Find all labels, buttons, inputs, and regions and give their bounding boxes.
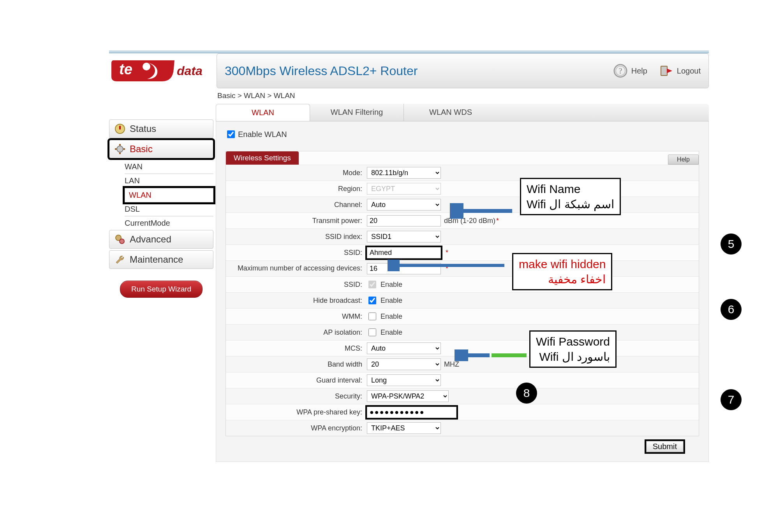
sub-lan[interactable]: LAN: [125, 174, 213, 188]
security-select[interactable]: WPA-PSK/WPA2: [367, 390, 449, 402]
label-wmm: WMM:: [226, 313, 367, 321]
label-mode: Mode:: [226, 169, 367, 177]
svg-text:data: data: [177, 64, 203, 78]
nav-basic-label: Basic: [130, 144, 153, 155]
label-wpaenc: WPA encryption:: [226, 424, 367, 432]
arrow-hide: [388, 260, 508, 271]
svg-point-17: [120, 239, 124, 244]
help-icon: ?: [613, 64, 627, 78]
help-link[interactable]: ? Help: [613, 64, 647, 78]
svg-text:?: ?: [618, 67, 622, 75]
channel-select[interactable]: Auto: [367, 199, 441, 211]
tabs: WLAN WLAN Filtering WLAN WDS: [216, 104, 709, 121]
brand-logo: te data: [109, 53, 216, 88]
page-title: 300Mbps Wireless ADSL2+ Router: [225, 64, 602, 78]
logout-icon: [659, 64, 673, 78]
label-bw: Band width: [226, 360, 367, 369]
nav-advanced[interactable]: Advanced: [109, 230, 213, 249]
arrow-password: [455, 349, 529, 361]
hide-broadcast-checkbox[interactable]: [368, 297, 376, 304]
label-mcs: MCS:: [226, 344, 367, 353]
nav-status-label: Status: [130, 123, 156, 134]
nav-basic[interactable]: Basic: [109, 140, 213, 158]
run-setup-wizard-button[interactable]: Run Setup Wizard: [120, 281, 203, 298]
top-divider: [109, 51, 709, 53]
ssid-index-select[interactable]: SSID1: [367, 231, 441, 242]
basic-subitems: WAN LAN WLAN DSL CurrentMode: [109, 160, 213, 230]
wireless-settings-section: Wireless Settings Help Mode: 802.11b/g/n…: [226, 151, 699, 436]
wpa-enc-select[interactable]: TKIP+AES: [367, 422, 441, 434]
mcs-select[interactable]: Auto: [367, 342, 441, 354]
svg-text:te: te: [119, 61, 132, 77]
nav-maintenance-label: Maintenance: [130, 254, 183, 265]
label-apiso: AP isolation:: [226, 328, 367, 337]
advanced-icon: [114, 234, 126, 245]
arrow-ssid: [450, 203, 516, 219]
sidebar: Status Basic WAN LAN WLAN DSL CurrentMod…: [109, 88, 213, 298]
tab-wlan-wds[interactable]: WLAN WDS: [404, 104, 497, 121]
wrench-icon: [114, 254, 126, 265]
label-ssid: SSID:: [226, 249, 367, 257]
help-label: Help: [631, 67, 647, 75]
anno-badge-6: 6: [721, 299, 742, 320]
label-wpakey: WPA pre-shared key:: [226, 408, 367, 416]
tab-wlan[interactable]: WLAN: [216, 104, 310, 121]
tab-wlan-filtering[interactable]: WLAN Filtering: [310, 104, 404, 121]
header-bar: 300Mbps Wireless ADSL2+ Router ? Help: [217, 53, 709, 88]
svg-point-1: [143, 63, 150, 70]
txpower-input[interactable]: [367, 215, 441, 226]
anno-badge-7: 7: [721, 389, 742, 410]
breadcrumb: Basic > WLAN > WLAN: [217, 91, 709, 100]
sub-dsl[interactable]: DSL: [125, 202, 213, 216]
wpa-key-input[interactable]: [367, 407, 456, 418]
label-maxdev: Maximum number of accessing devices:: [226, 265, 367, 272]
status-icon: [114, 123, 126, 135]
logout-label: Logout: [677, 67, 701, 75]
label-channel: Channel:: [226, 201, 367, 209]
ap-isolation-checkbox[interactable]: [368, 328, 376, 336]
anno-badge-8: 8: [516, 383, 537, 404]
svg-rect-10: [119, 126, 121, 130]
enable-wlan-checkbox[interactable]: [227, 130, 235, 138]
label-ssid-index: SSID index:: [226, 233, 367, 241]
submit-button[interactable]: Submit: [646, 441, 684, 452]
svg-marker-8: [667, 68, 672, 73]
label-hide: Hide broadcast:: [226, 297, 367, 305]
region-select: EGYPT: [367, 183, 441, 195]
ssid-required: *: [446, 249, 448, 257]
guard-select[interactable]: Long: [367, 374, 441, 386]
sub-wlan[interactable]: WLAN: [125, 188, 213, 202]
label-ssid-enable: SSID:: [226, 281, 367, 289]
section-title: Wireless Settings: [226, 151, 299, 165]
section-help-button[interactable]: Help: [668, 155, 699, 165]
apiso-text: Enable: [381, 328, 402, 337]
bw-unit: MHZ: [444, 360, 459, 369]
wlan-panel: Enable WLAN Wireless Settings Help Mode:…: [216, 121, 709, 462]
nav-advanced-label: Advanced: [130, 234, 171, 245]
sub-wan[interactable]: WAN: [125, 160, 213, 174]
bandwidth-select[interactable]: 20: [367, 358, 441, 370]
anno-badge-5: 5: [721, 234, 742, 255]
wmm-text: Enable: [381, 313, 402, 321]
mode-select[interactable]: 802.11b/g/n: [367, 167, 441, 179]
enable-wlan-label: Enable WLAN: [238, 130, 287, 139]
hide-text: Enable: [381, 297, 402, 305]
svg-rect-7: [661, 67, 667, 75]
wmm-checkbox[interactable]: [368, 313, 376, 320]
label-region: Region:: [226, 185, 367, 193]
nav-status[interactable]: Status: [109, 119, 213, 138]
label-guard: Guard interval:: [226, 376, 367, 385]
sub-currentmode[interactable]: CurrentMode: [125, 216, 213, 230]
ssid-input[interactable]: [367, 247, 441, 258]
svg-point-11: [117, 146, 123, 152]
main-content: Basic > WLAN > WLAN WLAN WLAN Filtering …: [213, 88, 709, 462]
nav-maintenance[interactable]: Maintenance: [109, 250, 213, 269]
ssid-enable-text: Enable: [381, 281, 402, 289]
label-security: Security:: [226, 392, 367, 400]
label-txpower: Transmit power:: [226, 217, 367, 225]
logout-link[interactable]: Logout: [659, 64, 701, 78]
gear-icon: [114, 143, 126, 155]
ssid-enable-checkbox: [368, 281, 376, 288]
